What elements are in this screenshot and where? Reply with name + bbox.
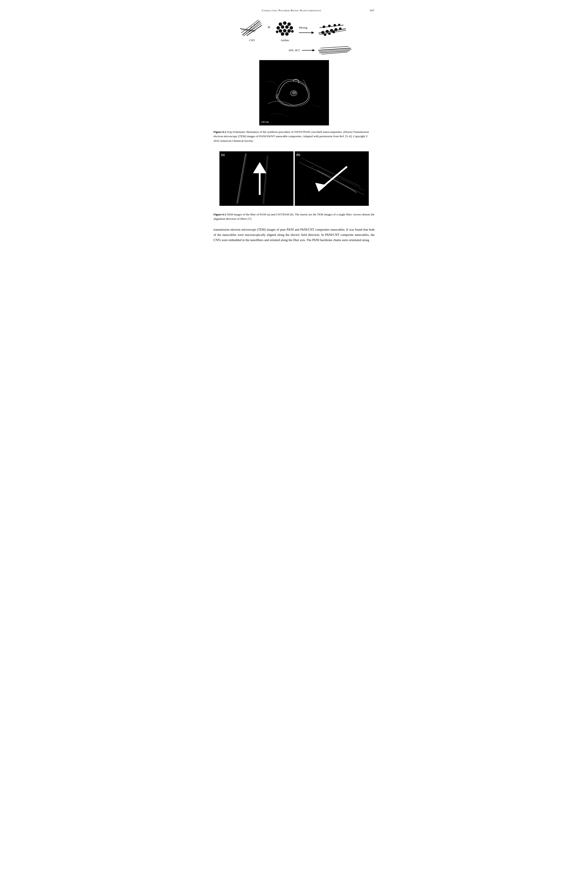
figure-6-2-container: CNT +	[213, 19, 375, 125]
cnt-item: CNT	[240, 19, 264, 42]
sem-panel-b: (b)	[295, 151, 369, 206]
svg-point-15	[281, 25, 284, 29]
product-drawing	[317, 21, 348, 40]
aniline-drawing	[274, 19, 296, 37]
aps-row: APS, HCl	[288, 44, 352, 57]
svg-point-72	[360, 164, 360, 165]
sem-images-row: (a)	[219, 151, 369, 206]
svg-rect-52	[219, 151, 294, 206]
body-text: transmission electron microscope (TEM) i…	[213, 227, 375, 243]
svg-line-47	[321, 47, 349, 48]
product-item	[317, 21, 348, 40]
svg-point-36	[328, 32, 331, 35]
svg-point-41	[338, 24, 340, 26]
aps-product	[317, 44, 352, 57]
svg-point-13	[287, 23, 291, 26]
figure-6-3-caption-bold: Figure 6.3	[213, 213, 226, 216]
tem-scale-label: 100 nm	[261, 120, 269, 124]
svg-point-21	[281, 32, 284, 36]
aniline-label: Aniline	[280, 39, 289, 42]
svg-point-8	[250, 27, 252, 27]
sem-b-svg	[295, 151, 369, 206]
svg-point-33	[334, 28, 338, 31]
figure-6-3-container: (a)	[213, 149, 375, 208]
figure-6-3-caption: Figure 6.3 SEM images of the fiber of PA…	[213, 212, 375, 221]
svg-point-40	[333, 24, 336, 27]
svg-point-70	[355, 192, 356, 193]
svg-point-38	[322, 26, 325, 28]
mixing-label: Mixing	[299, 26, 307, 29]
svg-point-24	[291, 30, 294, 33]
cnt-drawing	[240, 19, 264, 37]
svg-point-18	[279, 29, 282, 33]
mixing-arrow	[299, 30, 314, 35]
svg-point-69	[312, 166, 313, 167]
sem-b-label: (b)	[297, 153, 300, 156]
figure-6-2-caption: Figure 6.2 (Up) Schematic illustration o…	[213, 130, 375, 143]
svg-point-23	[276, 30, 278, 33]
svg-marker-26	[312, 32, 314, 34]
figure-6-2-caption-bold: Figure 6.2	[213, 130, 226, 134]
svg-point-71	[305, 194, 306, 195]
cnt-label: CNT	[249, 39, 255, 42]
svg-point-20	[287, 29, 291, 33]
svg-point-12	[283, 21, 286, 25]
svg-point-31	[326, 30, 329, 33]
header-title: Conducting Polymer-Based Nanocomposites	[213, 9, 370, 12]
svg-point-19	[283, 29, 286, 32]
page-header: Conducting Polymer-Based Nanocomposites …	[213, 9, 375, 12]
svg-point-35	[324, 33, 326, 36]
svg-point-14	[276, 26, 280, 30]
figure-6-3-caption-text: SEM images of the fiber of PANI (a) and …	[213, 213, 375, 220]
svg-point-39	[328, 25, 331, 27]
svg-point-30	[321, 31, 324, 34]
aps-arrow	[302, 48, 315, 52]
svg-point-34	[339, 27, 342, 30]
aps-label: APS, HCl	[288, 48, 300, 52]
page-number: 347	[370, 9, 375, 12]
synthesis-diagram: CNT +	[240, 19, 348, 42]
svg-point-51	[292, 92, 296, 94]
sem-a-svg	[219, 151, 294, 206]
svg-marker-43	[312, 49, 315, 51]
svg-point-37	[332, 31, 335, 33]
tem-image: 100 nm	[259, 60, 329, 125]
svg-point-16	[285, 25, 289, 29]
plus-sign: +	[267, 24, 271, 31]
figure-6-2-caption-text: (Up) Schematic illustration of the synth…	[213, 130, 369, 143]
svg-point-10	[249, 30, 250, 31]
svg-point-11	[279, 23, 282, 26]
aniline-item: Aniline	[274, 19, 296, 42]
svg-point-7	[246, 29, 247, 30]
svg-line-4	[246, 24, 261, 35]
svg-point-22	[285, 32, 289, 36]
sem-panel-a: (a)	[219, 151, 294, 206]
svg-point-9	[254, 24, 255, 25]
mixing-block: Mixing	[299, 26, 314, 35]
tem-svg	[259, 60, 329, 125]
sem-a-label: (a)	[221, 153, 225, 156]
svg-point-17	[290, 26, 293, 30]
